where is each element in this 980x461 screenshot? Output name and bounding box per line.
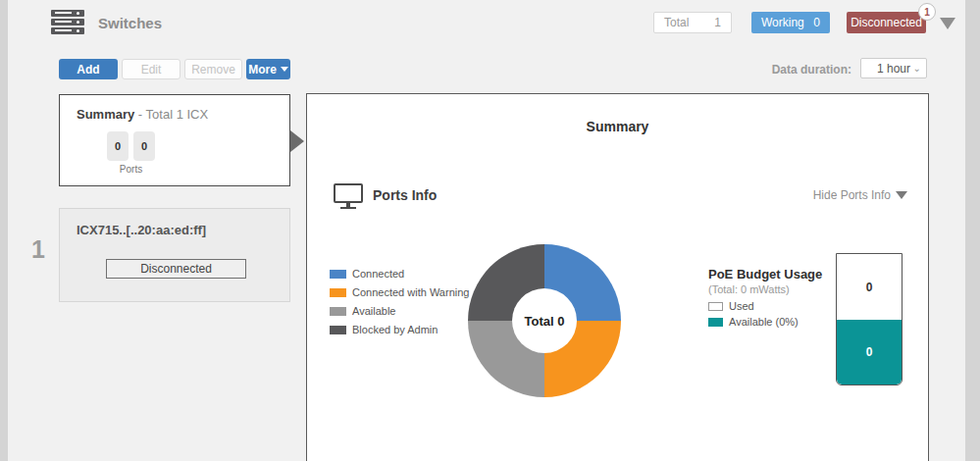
data-duration-label: Data duration: bbox=[736, 63, 851, 77]
triangle-down-icon bbox=[896, 191, 907, 199]
legend-item: Available bbox=[330, 305, 469, 317]
working-value: 0 bbox=[813, 16, 820, 29]
donut-center-label: Total 0 bbox=[512, 288, 577, 353]
poe-budget-title: PoE Budget Usage bbox=[708, 267, 822, 282]
left-gutter bbox=[0, 0, 8, 461]
poe-available-segment: 0 bbox=[837, 320, 902, 384]
poe-budget-subtitle: (Total: 0 mWatts) bbox=[708, 283, 790, 295]
chevron-down-icon bbox=[281, 67, 288, 72]
list-index: 1 bbox=[31, 235, 45, 264]
legend-item: Blocked by Admin bbox=[330, 324, 469, 335]
legend-swatch bbox=[330, 326, 346, 334]
legend-label: Blocked by Admin bbox=[352, 324, 438, 335]
total-value: 1 bbox=[714, 16, 721, 29]
switch-list-item[interactable]: ICX715..[..20:aa:ed:ff] Disconnected bbox=[59, 208, 290, 302]
hide-ports-info-toggle[interactable]: Hide Ports Info bbox=[804, 188, 907, 202]
summary-card-title: Summary - Total 1 ICX bbox=[77, 107, 208, 122]
page-title: Switches bbox=[98, 15, 162, 31]
more-button[interactable]: More bbox=[246, 59, 290, 79]
poe-used-segment: 0 bbox=[837, 254, 902, 320]
selected-item-arrow bbox=[290, 130, 304, 152]
switch-status-button[interactable]: Disconnected bbox=[106, 259, 246, 279]
more-label: More bbox=[248, 63, 277, 77]
legend-label: Connected bbox=[352, 268, 404, 280]
legend-label: Available bbox=[352, 305, 395, 317]
port-count-box: 0 bbox=[133, 131, 155, 161]
switch-name: ICX715..[..20:aa:ed:ff] bbox=[77, 223, 206, 237]
legend-label: Available (0%) bbox=[729, 316, 799, 328]
disconnected-badge: 1 bbox=[918, 3, 936, 21]
disconnected-label: Disconnected bbox=[851, 16, 922, 29]
edit-button[interactable]: Edit bbox=[122, 59, 181, 79]
poe-legend: UsedAvailable (0%) bbox=[708, 300, 799, 328]
monitor-icon bbox=[334, 183, 363, 209]
legend-label: Used bbox=[729, 300, 754, 312]
chevron-down-icon: ⌄ bbox=[913, 63, 921, 74]
poe-stacked-bar: 0 0 bbox=[836, 253, 903, 385]
data-duration-value: 1 hour bbox=[877, 62, 910, 76]
legend-swatch bbox=[330, 307, 346, 316]
switch-stack-icon bbox=[51, 10, 84, 34]
ports-info-title: Ports Info bbox=[373, 187, 437, 203]
legend-label: Connected with Warning bbox=[352, 286, 469, 298]
ports-donut-legend: ConnectedConnected with WarningAvailable… bbox=[330, 268, 469, 335]
legend-swatch bbox=[330, 270, 346, 279]
port-count-box: 0 bbox=[107, 131, 129, 161]
legend-item: Used bbox=[708, 300, 799, 312]
legend-swatch bbox=[708, 302, 723, 311]
total-label: Total bbox=[664, 16, 689, 29]
ports-label: Ports bbox=[99, 164, 163, 175]
remove-button[interactable]: Remove bbox=[184, 59, 242, 79]
legend-item: Connected with Warning bbox=[330, 286, 469, 298]
legend-item: Connected bbox=[330, 268, 469, 280]
total-counter-button[interactable]: Total 1 bbox=[653, 12, 732, 33]
hide-ports-info-label: Hide Ports Info bbox=[813, 188, 891, 202]
legend-item: Available (0%) bbox=[708, 316, 799, 328]
working-counter-button[interactable]: Working 0 bbox=[751, 12, 830, 33]
add-button[interactable]: Add bbox=[59, 59, 118, 79]
working-label: Working bbox=[761, 16, 804, 29]
collapse-section-icon[interactable] bbox=[940, 18, 955, 29]
summary-card[interactable]: Summary - Total 1 ICX 0 0 Ports bbox=[59, 94, 290, 186]
data-duration-select[interactable]: 1 hour ⌄ bbox=[860, 58, 927, 78]
detail-panel-title: Summary bbox=[307, 119, 928, 134]
legend-swatch bbox=[708, 318, 723, 327]
right-scrollbar-gutter bbox=[965, 0, 980, 461]
disconnected-counter-button[interactable]: Disconnected bbox=[847, 12, 926, 33]
legend-swatch bbox=[330, 288, 346, 297]
